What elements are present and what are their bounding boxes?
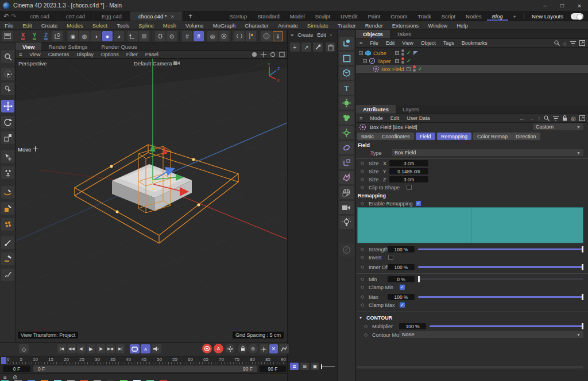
om-menu-object[interactable]: Object (421, 40, 436, 46)
enabled-check-icon[interactable]: ✓ (407, 58, 411, 64)
keyframe-diamond-icon[interactable]: ◇ (361, 255, 364, 260)
preset-dropdown[interactable]: Custom▼ (533, 123, 583, 130)
sphere-q-button[interactable]: ◍ (79, 31, 90, 41)
grid-view-button[interactable]: ⊞ (300, 363, 309, 370)
workplane-button[interactable] (2, 31, 13, 41)
text-object-icon[interactable]: T (339, 81, 354, 95)
import-asset-button[interactable]: ⇓ (273, 31, 283, 41)
tab-objects[interactable]: Objects (356, 30, 390, 38)
axis-mode-button[interactable] (127, 31, 138, 41)
keyframe-settings-button[interactable] (225, 344, 235, 353)
keyframe-diamond-icon[interactable]: ◇ (361, 302, 364, 308)
move-tool-icon[interactable] (1, 100, 14, 112)
new-document-button[interactable]: + (183, 12, 198, 20)
key-position-button[interactable] (260, 344, 268, 353)
keyframe-diamond-icon[interactable]: ◇ (361, 294, 364, 300)
keyframe-diamond-icon[interactable]: ◇ (361, 201, 364, 206)
range-end-field[interactable]: 90 F (260, 366, 286, 372)
sound-button[interactable] (152, 344, 161, 353)
sky-environment-icon[interactable] (339, 186, 354, 199)
clamp-max-checkbox[interactable] (400, 302, 405, 308)
prev-frame-button[interactable]: ◀| (77, 344, 86, 353)
next-key-button[interactable]: ▶◆ (106, 344, 115, 353)
menu-help[interactable]: Help (457, 22, 468, 29)
tab-layers[interactable]: Layers (396, 105, 426, 114)
camera-object-icon[interactable] (339, 201, 354, 214)
large-icon-view-button[interactable]: ▣ (311, 363, 319, 370)
clip-to-shape-checkbox[interactable] (407, 185, 412, 190)
spline-pen-icon[interactable] (339, 37, 354, 50)
fcurve-button[interactable] (279, 344, 289, 353)
point-paint-icon[interactable] (1, 218, 14, 231)
deformer-ring-icon[interactable] (339, 141, 354, 154)
mat-menu-edit[interactable]: Edit (317, 32, 326, 38)
list-view-button[interactable]: ≣ (290, 363, 299, 370)
snap-settings-button[interactable]: ⊙ (167, 31, 177, 41)
expander-icon[interactable] (359, 51, 363, 55)
z-lock-button[interactable]: Z (41, 31, 51, 41)
viewport-canvas[interactable]: Perspective Default Camera Move Y Z X Vi… (16, 59, 287, 342)
sphere-half-button[interactable]: ◑ (91, 31, 101, 41)
menu-mograph[interactable]: MoGraph (213, 22, 236, 29)
keyframe-diamond-icon[interactable]: ◇ (361, 247, 364, 252)
brush-tool-icon[interactable] (1, 236, 14, 249)
vp-menu-display[interactable]: Display (76, 52, 94, 57)
spline-rectangle-icon[interactable] (339, 52, 354, 65)
eyedropper-icon[interactable] (313, 42, 323, 52)
hamburger-icon[interactable]: ≡ (19, 52, 22, 57)
forward-arrow-icon[interactable]: → (528, 115, 534, 122)
hamburger-icon[interactable]: ≡ (291, 32, 293, 38)
lock-icon[interactable] (562, 115, 567, 121)
menu-volume[interactable]: Volume (185, 22, 204, 29)
enabled-check-icon[interactable]: ✓ (418, 66, 423, 72)
magnet-points-icon[interactable] (1, 166, 14, 179)
max-field[interactable]: 100 % (388, 294, 415, 300)
live-selection-icon[interactable] (1, 68, 14, 80)
generator-gear-icon[interactable] (339, 126, 354, 139)
mode-tab-color-remap[interactable]: Color Remap (473, 133, 512, 140)
sketch-tool-icon[interactable] (1, 269, 14, 281)
menu-create[interactable]: Create (41, 22, 58, 29)
mode-tab-remapping[interactable]: Remapping (437, 133, 471, 140)
menu-tools[interactable]: Tools (117, 22, 129, 29)
metaball-icon[interactable] (339, 111, 354, 125)
axis-center-button[interactable] (246, 31, 256, 41)
edit-state-icon[interactable] (395, 51, 399, 55)
layout-groom[interactable]: Groom (385, 11, 412, 21)
attr-menu-mode[interactable]: Mode (370, 115, 383, 121)
x-lock-button[interactable]: X (18, 31, 28, 41)
keyframe-diamond-icon[interactable]: ◇ (364, 332, 368, 337)
motion-system-button[interactable]: ◎ (248, 344, 258, 353)
mat-menu-create[interactable]: Create (297, 32, 313, 38)
move-view-icon[interactable] (261, 52, 266, 57)
layout-nodes[interactable]: Nodes (461, 11, 486, 21)
open-material-button[interactable]: ↗ (301, 42, 311, 52)
gear-rings-button[interactable] (219, 31, 229, 41)
keyframe-diamond-icon[interactable]: ◇ (361, 161, 364, 166)
vp-menu-cameras[interactable]: Cameras (48, 52, 69, 57)
keyframe-diamond-icon[interactable]: ◇ (361, 185, 364, 190)
magnet-snap-button[interactable]: Ʊ (155, 31, 165, 41)
mode-tab-coordinates[interactable]: Coordinates (378, 133, 414, 140)
tree-row-cube[interactable]: Cube ✓ (356, 49, 588, 57)
attr-menu-userdata[interactable]: User Data (407, 115, 430, 121)
playhead[interactable] (1, 357, 6, 364)
range-start-field[interactable]: 0 F (3, 366, 30, 372)
grid-snap-button[interactable]: # (182, 31, 192, 41)
max-slider[interactable] (418, 296, 583, 298)
target-icon[interactable]: ◎ (571, 115, 576, 122)
contour-mode-dropdown[interactable]: None▼ (399, 331, 583, 338)
visibility-dots[interactable] (413, 65, 416, 72)
menu-select[interactable]: Select (92, 22, 107, 29)
sphere-shaded-button[interactable]: ● (102, 31, 113, 41)
subdivision-surface-icon[interactable] (339, 96, 354, 110)
filter-icon[interactable] (570, 41, 576, 46)
doc-tab-choco[interactable]: choco.c4d *× (130, 11, 183, 21)
invert-checkbox[interactable] (388, 255, 393, 260)
transform-arrow-icon[interactable] (1, 150, 14, 163)
rotate-view-icon[interactable] (270, 52, 276, 57)
menu-tracker[interactable]: Tracker (338, 22, 356, 29)
next-frame-button[interactable]: |▶ (96, 344, 105, 353)
back-arrow-icon[interactable]: ← (519, 115, 525, 122)
new-layouts-label[interactable]: New Layouts (527, 11, 568, 21)
